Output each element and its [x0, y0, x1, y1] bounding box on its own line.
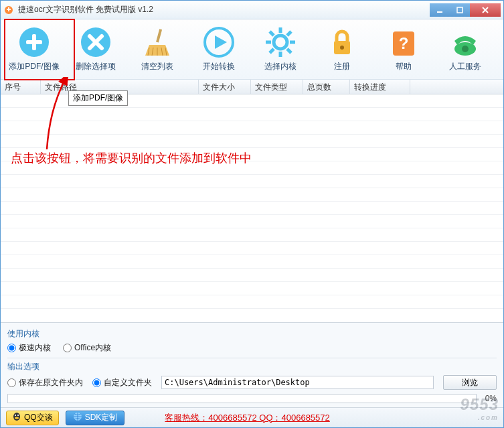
output-keep-radio[interactable]: [7, 378, 16, 387]
col-index[interactable]: 序号: [1, 80, 41, 94]
table-row: [1, 255, 503, 269]
progress-bar: [7, 394, 477, 403]
table-row: [1, 108, 503, 121]
delete-button[interactable]: 删除选择项: [66, 25, 125, 76]
svg-line-27: [287, 49, 291, 53]
table-row: [1, 188, 503, 202]
svg-point-35: [462, 46, 469, 52]
table-row: [1, 269, 503, 282]
add-pdf-button[interactable]: 添加PDF/图像: [5, 25, 64, 76]
table-row: [1, 215, 503, 228]
kernel-fast-label[interactable]: 极速内核: [19, 342, 51, 354]
file-grid[interactable]: [1, 94, 503, 322]
maximize-button[interactable]: [450, 3, 470, 17]
kernel-office-label[interactable]: Office内核: [74, 342, 111, 354]
kernel-office-radio[interactable]: [63, 344, 72, 352]
output-custom-label[interactable]: 自定义文件夹: [104, 377, 152, 388]
qq-icon: [12, 412, 21, 423]
table-row: [1, 295, 503, 309]
sdk-label: SDK定制: [85, 412, 118, 423]
minimize-button[interactable]: [430, 3, 450, 17]
col-pages[interactable]: 总页数: [303, 80, 350, 94]
output-section-title: 输出选项: [7, 361, 497, 372]
svg-rect-9: [26, 40, 42, 44]
svg-point-36: [13, 413, 20, 421]
x-circle-icon: [80, 26, 112, 58]
lock-icon: [326, 26, 358, 58]
start-label: 开始转换: [203, 61, 235, 72]
qq-label: QQ交谈: [24, 412, 53, 423]
col-progress[interactable]: 转换进度: [350, 80, 410, 94]
svg-point-38: [17, 415, 19, 417]
globe-icon: [73, 412, 82, 423]
help-icon: ?: [388, 26, 420, 58]
svg-point-37: [15, 415, 16, 417]
phone-icon: [449, 26, 481, 58]
play-icon: [203, 26, 235, 58]
svg-rect-3: [437, 11, 442, 13]
table-row: [1, 121, 503, 135]
title-bar: 捷速ocr文字识别软件 免费试用版 v1.2: [1, 1, 503, 19]
window-buttons: [430, 3, 501, 17]
kernel-button[interactable]: 选择内核: [251, 25, 310, 76]
table-row: [1, 242, 503, 255]
svg-line-29: [270, 49, 274, 53]
table-row: [1, 228, 503, 242]
help-button[interactable]: ? 帮助: [374, 25, 433, 76]
svg-point-39: [15, 417, 19, 419]
svg-text:?: ?: [399, 34, 409, 52]
app-icon: [3, 5, 14, 15]
table-row: [1, 202, 503, 215]
hotline-link[interactable]: 客服热线：4006685572 QQ：4006685572: [165, 412, 329, 424]
add-label: 添加PDF/图像: [9, 61, 59, 72]
delete-label: 删除选择项: [76, 61, 116, 72]
svg-point-21: [274, 35, 287, 49]
progress-row: 0%: [7, 394, 497, 403]
kernel-section-title: 使用内核: [7, 328, 497, 340]
output-path-input[interactable]: [161, 376, 434, 389]
clear-button[interactable]: 清空列表: [128, 25, 187, 76]
toolbar: 添加PDF/图像 删除选择项 清空列表 开始转换 选择内核: [1, 19, 503, 80]
tooltip: 添加PDF/图像: [68, 90, 128, 106]
kernel-fast-radio[interactable]: [7, 344, 16, 352]
start-button[interactable]: 开始转换: [189, 25, 248, 76]
table-row: [1, 135, 503, 148]
svg-line-26: [270, 31, 274, 35]
bottom-panel: 使用内核 极速内核 Office内核 输出选项 保存在原文件夹内 自定义文件夹: [1, 322, 503, 407]
gear-icon: [264, 26, 297, 58]
kernel-label: 选择内核: [264, 61, 297, 72]
output-keep-label[interactable]: 保存在原文件夹内: [19, 377, 83, 388]
help-label: 帮助: [396, 61, 412, 72]
svg-line-28: [287, 31, 291, 35]
browse-button[interactable]: 浏览: [443, 375, 497, 390]
sdk-button[interactable]: SDK定制: [66, 411, 125, 425]
svg-rect-4: [457, 7, 463, 13]
plus-icon: [18, 26, 50, 58]
svg-marker-20: [215, 35, 227, 49]
col-size[interactable]: 文件大小: [199, 80, 251, 94]
table-row: [1, 282, 503, 295]
output-row: 保存在原文件夹内 自定义文件夹 浏览: [7, 375, 497, 390]
service-label: 人工服务: [449, 61, 481, 72]
kernel-radios: 极速内核 Office内核: [7, 342, 497, 354]
output-custom-radio[interactable]: [92, 378, 101, 387]
col-type[interactable]: 文件类型: [251, 80, 303, 94]
service-button[interactable]: 人工服务: [436, 25, 495, 76]
svg-rect-2: [7, 9, 11, 10]
register-button[interactable]: 注册: [313, 25, 371, 76]
broom-icon: [141, 26, 173, 58]
footer: QQ交谈 SDK定制 客服热线：4006685572 QQ：4006685572: [1, 407, 503, 427]
window-title: 捷速ocr文字识别软件 免费试用版 v1.2: [18, 4, 430, 15]
annotation-text: 点击该按钮，将需要识别的文件添加到软件中: [11, 150, 252, 166]
svg-point-31: [340, 46, 344, 50]
app-window: 捷速ocr文字识别软件 免费试用版 v1.2 添加PDF/图像 删除选择项 清空…: [0, 0, 504, 428]
qq-chat-button[interactable]: QQ交谈: [6, 411, 59, 425]
close-button[interactable]: [470, 3, 501, 17]
register-label: 注册: [334, 61, 350, 72]
progress-percent: 0%: [481, 394, 497, 403]
clear-label: 清空列表: [141, 61, 173, 72]
table-row: [1, 175, 503, 188]
svg-rect-13: [156, 29, 162, 42]
